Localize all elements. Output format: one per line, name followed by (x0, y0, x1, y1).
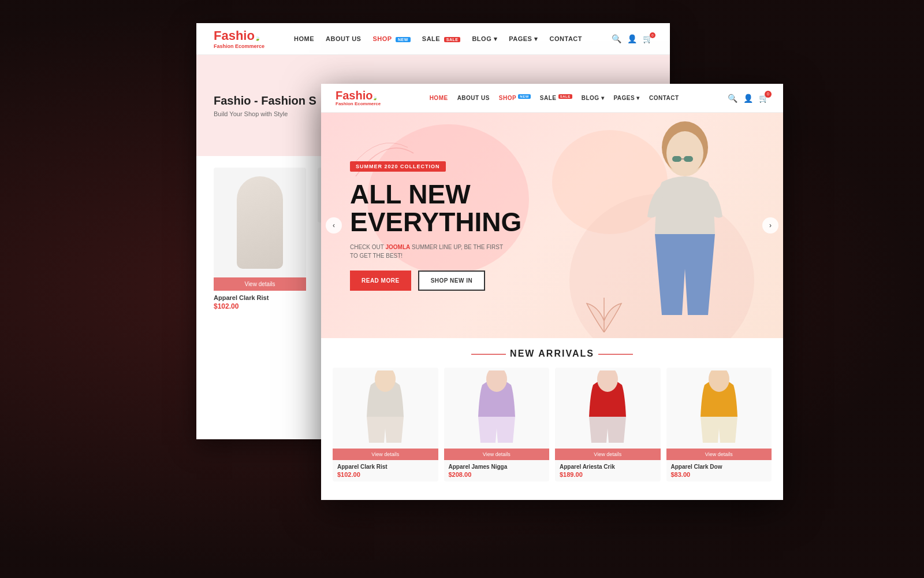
front-header: Fashio🍃 Fashion Ecommerce HOME ABOUT US … (321, 84, 783, 113)
back-product-1-image (214, 168, 306, 277)
model-svg (621, 118, 748, 338)
front-logo: Fashio🍃 Fashion Ecommerce (336, 90, 381, 106)
product-4-figure (690, 370, 748, 446)
product-card-2: View details Apparel James Nigga $208.00 (444, 368, 550, 481)
hero-collection-tag: SUMMER 2020 COLLECTION (350, 161, 446, 172)
back-nav-home[interactable]: HOME (294, 35, 314, 42)
svg-rect-5 (684, 156, 693, 162)
product-3-view-btn[interactable]: View details (555, 449, 661, 460)
product-3-name: Apparel Ariesta Crik (560, 464, 656, 470)
front-nav-contact[interactable]: CONTACT (649, 95, 679, 101)
back-nav-blog[interactable]: BLOG ▾ (472, 35, 497, 43)
products-grid: View details Apparel Clark Rist $102.00 … (333, 368, 772, 481)
product-1-image (333, 368, 438, 449)
back-product-1-price: $102.00 (214, 302, 306, 310)
back-logo: Fashio🍃 Fashion Ecommerce (214, 28, 264, 49)
product-card-3: View details Apparel Ariesta Crik $189.0… (555, 368, 661, 481)
hero-next-button[interactable]: › (762, 217, 778, 234)
product-3-figure (579, 370, 636, 446)
shop-new-button[interactable]: SHOP NEW IN (418, 271, 486, 291)
hero-text-content: SUMMER 2020 COLLECTION ALL NEW EVERYTHIN… (321, 137, 541, 314)
front-nav-sale[interactable]: SALE SALE (540, 95, 572, 101)
front-nav-icons: 🔍 👤 🛒0 (728, 94, 769, 103)
front-hero: ‹ SUMMER 2020 COLLECTION ALL NEW EVERYTH… (321, 113, 783, 338)
hero-subtitle: CHECK OUT JOOMLA SUMMER LINE UP, BE THE … (350, 243, 512, 260)
back-hero-title: Fashio - Fashion S (214, 94, 316, 108)
product-4-image (666, 368, 772, 449)
svg-rect-4 (672, 156, 681, 162)
product-4-name: Apparel Clark Dow (671, 464, 767, 470)
product-1-figure (356, 370, 414, 446)
front-cart-icon[interactable]: 🛒0 (759, 94, 769, 103)
product-card-1: View details Apparel Clark Rist $102.00 (333, 368, 438, 481)
back-nav-about[interactable]: ABOUT US (326, 35, 361, 42)
front-search-icon[interactable]: 🔍 (728, 94, 737, 103)
product-3-image (555, 368, 661, 449)
hero-buttons: READ MORE SHOP NEW IN (350, 271, 512, 291)
product-2-image (444, 368, 550, 449)
back-nav-pages[interactable]: PAGES ▾ (509, 35, 538, 43)
back-nav-sale[interactable]: SALE SALE (422, 35, 461, 42)
product-1-view-btn[interactable]: View details (333, 449, 438, 460)
new-arrivals-section: NEW ARRIVALS View details Apparel Clark … (321, 338, 783, 487)
product-2-name: Apparel James Nigga (449, 464, 545, 470)
front-nav: HOME ABOUT US SHOP NEW SALE SALE BLOG ▾ … (430, 95, 679, 101)
back-search-icon[interactable]: 🔍 (612, 34, 621, 43)
svg-point-3 (666, 131, 703, 175)
back-product-1: View details Apparel Clark Rist $102.00 (214, 168, 306, 310)
product-2-price: $208.00 (449, 471, 545, 478)
blazer-figure (237, 176, 283, 269)
product-2-view-btn[interactable]: View details (444, 449, 550, 460)
front-window: Fashio🍃 Fashion Ecommerce HOME ABOUT US … (321, 84, 783, 500)
hero-title: ALL NEW EVERYTHING (350, 180, 512, 236)
product-2-figure (468, 370, 526, 446)
hero-prev-button[interactable]: ‹ (326, 217, 342, 234)
front-nav-pages[interactable]: PAGES ▾ (613, 95, 640, 101)
back-nav-contact[interactable]: CONTACT (550, 35, 582, 42)
back-nav-shop[interactable]: SHOP NEW (372, 35, 410, 42)
front-nav-blog[interactable]: BLOG ▾ (582, 95, 605, 101)
back-view-details-1[interactable]: View details (214, 277, 306, 291)
back-user-icon[interactable]: 👤 (627, 34, 637, 43)
product-1-price: $102.00 (337, 471, 434, 478)
front-nav-about[interactable]: ABOUT US (457, 95, 490, 101)
back-product-1-name: Apparel Clark Rist (214, 294, 306, 301)
hero-model-figure (610, 118, 760, 338)
product-3-price: $189.00 (560, 471, 656, 478)
product-1-name: Apparel Clark Rist (337, 464, 434, 470)
read-more-button[interactable]: READ MORE (350, 271, 411, 291)
back-hero-subtitle: Build Your Shop with Style (214, 110, 316, 117)
product-card-4: View details Apparel Clark Dow $83.00 (666, 368, 772, 481)
front-user-icon[interactable]: 👤 (743, 94, 753, 103)
back-header: Fashio🍃 Fashion Ecommerce HOME ABOUT US … (196, 23, 670, 55)
back-nav: HOME ABOUT US SHOP NEW SALE SALE BLOG ▾ … (294, 35, 582, 43)
new-arrivals-title: NEW ARRIVALS (333, 349, 772, 359)
front-nav-home[interactable]: HOME (430, 95, 448, 101)
front-nav-shop[interactable]: SHOP NEW (499, 95, 531, 101)
product-4-view-btn[interactable]: View details (666, 449, 772, 460)
product-4-price: $83.00 (671, 471, 767, 478)
back-cart-icon[interactable]: 🛒0 (643, 34, 653, 43)
